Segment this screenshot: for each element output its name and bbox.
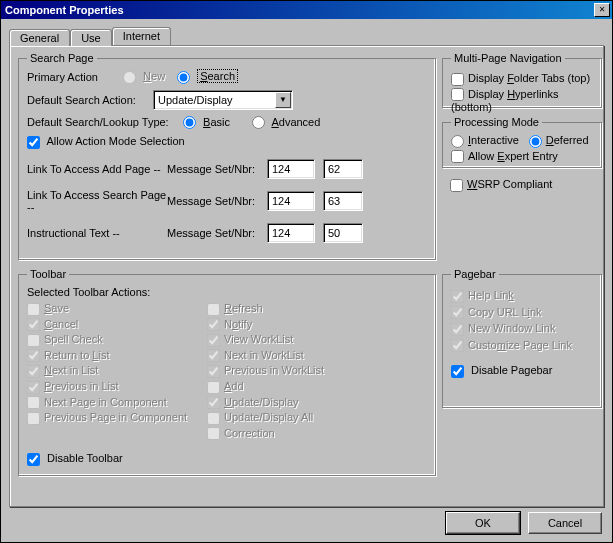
group-search-page: Search Page Primary Action New Search: [18, 52, 436, 260]
chevron-down-icon[interactable]: ▼: [275, 92, 291, 108]
group-multipage-nav: Multi-Page Navigation Display Folder Tab…: [442, 52, 602, 108]
toolbar-action-label: Next in WorkList: [224, 349, 304, 361]
toolbar-action-label: Correction: [224, 427, 275, 439]
cancel-button[interactable]: Cancel: [528, 512, 602, 534]
message-row-label: Instructional Text --: [27, 227, 167, 239]
toolbar-action: Return to List: [27, 349, 109, 363]
group-pagebar-legend: Pagebar: [451, 268, 499, 280]
toolbar-action-checkbox: [27, 349, 40, 362]
radio-interactive[interactable]: Interactive: [451, 134, 519, 148]
default-search-action-label: Default Search Action:: [27, 94, 147, 106]
tab-internet[interactable]: Internet: [112, 27, 171, 45]
toolbar-action: Correction: [207, 427, 275, 441]
toolbar-action-label: Spell Check: [44, 333, 103, 345]
primary-action-row: Primary Action New Search: [27, 70, 427, 84]
toolbar-action: Spell Check: [27, 333, 103, 347]
pagebar-item-label: Help Link: [468, 289, 514, 301]
pagebar-item-checkbox: [451, 339, 464, 352]
check-expert-entry[interactable]: Allow Expert Entry: [451, 150, 558, 164]
group-toolbar-legend: Toolbar: [27, 268, 69, 280]
toolbar-action-label: Add: [224, 380, 244, 392]
default-search-action-row: Default Search Action: Update/Display ▼: [27, 90, 427, 110]
group-search-page-legend: Search Page: [27, 52, 97, 64]
toolbar-action: Cancel: [27, 318, 78, 332]
check-wsrp-compliant[interactable]: WSRP Compliant: [450, 178, 552, 192]
pagebar-item-checkbox: [451, 290, 464, 303]
toolbar-action: Next in WorkList: [207, 349, 304, 363]
tab-panel-internet: Search Page Primary Action New Search: [9, 45, 604, 507]
toolbar-action-label: Refresh: [224, 302, 263, 314]
group-pagebar: Pagebar Help LinkCopy URL LinkNew Window…: [442, 268, 602, 408]
message-setnbr-label: Message Set/Nbr:: [167, 163, 267, 175]
toolbar-subtitle: Selected Toolbar Actions:: [27, 286, 427, 298]
check-disable-toolbar-input[interactable]: [27, 453, 40, 466]
dialog-buttons: OK Cancel: [446, 512, 602, 534]
group-toolbar: Toolbar Selected Toolbar Actions: SaveCa…: [18, 268, 436, 476]
toolbar-action-label: Next in List: [44, 364, 98, 376]
toolbar-action-checkbox: [27, 365, 40, 378]
toolbar-action-checkbox: [27, 318, 40, 331]
toolbar-action-label: Next Page in Component: [44, 396, 167, 408]
toolbar-action-label: Update/Display All: [224, 411, 313, 423]
message-nbr-input[interactable]: [323, 223, 363, 243]
toolbar-action-checkbox: [207, 396, 220, 409]
check-hyperlinks[interactable]: Display Hyperlinks (bottom): [451, 88, 593, 114]
default-search-type-row: Default Search/Lookup Type: Basic Advanc…: [27, 116, 427, 130]
toolbar-action: Previous in WorkList: [207, 364, 324, 378]
allow-action-mode-row: Allow Action Mode Selection: [27, 135, 427, 149]
toolbar-action-checkbox: [27, 303, 40, 316]
toolbar-action-label: View WorkList: [224, 333, 293, 345]
radio-primary-new[interactable]: New: [123, 70, 165, 84]
default-search-type-label: Default Search/Lookup Type:: [27, 116, 177, 128]
radio-primary-search[interactable]: Search: [177, 70, 238, 84]
message-row: Link To Access Add Page --Message Set/Nb…: [27, 159, 427, 179]
toolbar-action-label: Previous Page in Component: [44, 411, 187, 423]
toolbar-action-label: Return to List: [44, 349, 109, 361]
toolbar-action: Update/Display: [207, 396, 299, 410]
pagebar-item: New Window Link: [451, 322, 555, 336]
message-set-input[interactable]: [267, 191, 315, 211]
radio-type-advanced[interactable]: Advanced: [252, 116, 320, 130]
check-disable-toolbar-label: Disable Toolbar: [47, 452, 123, 464]
pagebar-item-checkbox: [451, 306, 464, 319]
toolbar-action: Previous in List: [27, 380, 119, 394]
toolbar-action: View WorkList: [207, 333, 293, 347]
check-disable-toolbar[interactable]: Disable Toolbar: [27, 452, 123, 466]
check-disable-pagebar[interactable]: Disable Pagebar: [451, 364, 552, 378]
toolbar-action: Notify: [207, 318, 252, 332]
message-set-input[interactable]: [267, 223, 315, 243]
toolbar-action-checkbox: [207, 427, 220, 440]
pagebar-item-label: New Window Link: [468, 322, 555, 334]
close-button[interactable]: ✕: [594, 3, 610, 17]
toolbar-columns: SaveCancelSpell CheckReturn to ListNext …: [27, 300, 427, 442]
toolbar-action-label: Previous in List: [44, 380, 119, 392]
allow-action-mode-checkbox[interactable]: Allow Action Mode Selection: [27, 135, 185, 149]
toolbar-action: Update/Display All: [207, 411, 313, 425]
radio-type-basic[interactable]: Basic: [183, 116, 230, 130]
toolbar-action: Refresh: [207, 302, 263, 316]
message-nbr-input[interactable]: [323, 159, 363, 179]
default-search-action-value: Update/Display: [158, 94, 233, 106]
check-folder-tabs[interactable]: Display Folder Tabs (top): [451, 72, 590, 86]
tab-general[interactable]: General: [9, 29, 70, 46]
pagebar-item: Customize Page Link: [451, 339, 572, 353]
client-area: General Use Internet Search Page Primary…: [1, 19, 612, 542]
message-set-input[interactable]: [267, 159, 315, 179]
pagebar-item-label: Customize Page Link: [468, 339, 572, 351]
tab-use[interactable]: Use: [70, 29, 112, 46]
titlebar: Component Properties ✕: [1, 1, 612, 19]
default-search-action-select[interactable]: Update/Display ▼: [153, 90, 293, 110]
window: Component Properties ✕ General Use Inter…: [0, 0, 613, 543]
radio-deferred[interactable]: Deferred: [529, 134, 589, 148]
message-nbr-input[interactable]: [323, 191, 363, 211]
group-processing-mode: Processing Mode Interactive Deferred All…: [442, 116, 602, 168]
ok-button[interactable]: OK: [446, 512, 520, 534]
message-row: Link To Access Search Page --Message Set…: [27, 189, 427, 213]
toolbar-action: Next in List: [27, 364, 98, 378]
pagebar-item-checkbox: [451, 323, 464, 336]
toolbar-action-checkbox: [207, 412, 220, 425]
group-multipage-legend: Multi-Page Navigation: [451, 52, 565, 64]
toolbar-action: Next Page in Component: [27, 396, 167, 410]
message-row-label: Link To Access Add Page --: [27, 163, 167, 175]
message-row-label: Link To Access Search Page --: [27, 189, 167, 213]
